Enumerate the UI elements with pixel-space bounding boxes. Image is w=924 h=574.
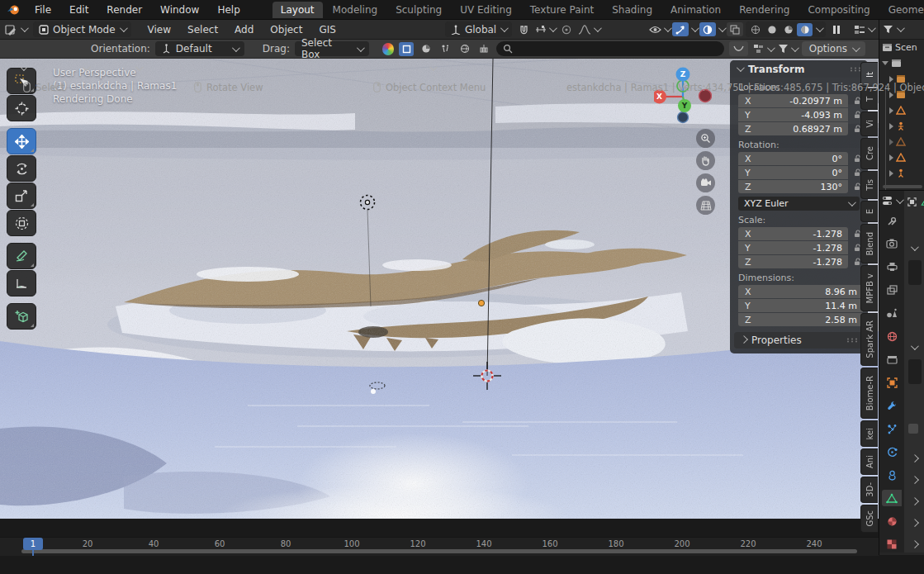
properties-tab-tool-icon[interactable] — [882, 212, 902, 229]
show-object-types-dropdown[interactable] — [649, 25, 670, 35]
zoom-button[interactable] — [696, 129, 715, 148]
chevron-right-icon[interactable] — [911, 519, 919, 527]
proportional-editing-toggle[interactable] — [558, 22, 575, 36]
playhead-badge[interactable]: 1 — [23, 538, 43, 550]
select-world-toggle[interactable] — [457, 42, 471, 56]
tab-texture-paint[interactable]: Texture Paint — [522, 2, 602, 18]
properties-tab-scene-icon[interactable] — [882, 305, 902, 321]
search-field[interactable] — [496, 41, 724, 56]
camera-view-button[interactable] — [696, 173, 715, 192]
location-y-field[interactable]: Y-4.093 m — [738, 108, 848, 121]
expand-triangle-icon[interactable] — [889, 107, 893, 114]
timeline-scrollbar[interactable] — [21, 549, 857, 553]
scale-y-field[interactable]: Y-1.278 — [738, 241, 848, 254]
chevron-right-icon[interactable] — [911, 540, 919, 548]
object-breadcrumb-icon[interactable] — [907, 197, 917, 206]
properties-tab-collection-icon[interactable] — [882, 351, 902, 368]
dimensions-y-field[interactable]: Y11.4 m — [738, 299, 863, 312]
tool-measure[interactable] — [7, 270, 36, 296]
location-x-field[interactable]: X-0.20977 m — [738, 94, 848, 107]
chevron-right-icon[interactable] — [911, 497, 919, 505]
tab-shading[interactable]: Shading — [604, 2, 661, 18]
tool-annotate[interactable] — [7, 243, 36, 269]
sidebar-tab-gsc[interactable]: GSc — [860, 505, 878, 533]
scale-z-field[interactable]: Z-1.278 — [738, 255, 848, 268]
properties-subpanel-header[interactable]: Properties — [734, 332, 864, 349]
transform-orientation-dropdown[interactable]: Global — [445, 21, 512, 37]
menu-object[interactable]: Object — [263, 22, 309, 37]
properties-editor-type-dropdown[interactable] — [882, 196, 902, 206]
orientation-default-dropdown[interactable]: Default — [155, 41, 244, 56]
tab-rendering[interactable]: Rendering — [731, 2, 798, 18]
shading-solid-button[interactable] — [764, 23, 779, 36]
filter-sieve-toggle[interactable] — [476, 42, 490, 56]
field-sliver[interactable] — [908, 359, 922, 384]
properties-tab-particles-icon[interactable] — [882, 420, 902, 437]
sidebar-tab-kei[interactable]: kei — [860, 420, 878, 447]
panel-grip-icon[interactable] — [850, 67, 861, 72]
tab-sculpting[interactable]: Sculpting — [387, 2, 450, 18]
properties-tab-texture-icon[interactable] — [882, 536, 902, 553]
properties-tab-constraints-icon[interactable] — [882, 467, 902, 483]
menu-render[interactable]: Render — [99, 2, 149, 17]
outliner-row-mesh[interactable] — [879, 134, 924, 149]
expand-triangle-icon[interactable] — [889, 139, 893, 145]
tool-add-cube[interactable] — [7, 303, 36, 330]
menu-gis[interactable]: GIS — [312, 22, 342, 37]
dimensions-x-field[interactable]: X8.96 m — [738, 285, 863, 298]
snap-settings-dropdown[interactable] — [535, 25, 555, 35]
chevron-down-icon[interactable] — [897, 24, 905, 32]
tab-modeling[interactable]: Modeling — [325, 2, 386, 18]
menu-add[interactable]: Add — [228, 22, 260, 37]
snap-magnet-toggle[interactable] — [515, 22, 532, 36]
editor-type-icon[interactable] — [5, 24, 17, 36]
properties-tab-material-icon[interactable] — [882, 513, 902, 529]
menu-edit[interactable]: Edit — [62, 2, 96, 17]
properties-tab-world-icon[interactable] — [882, 328, 902, 344]
properties-tab-render-icon[interactable] — [882, 235, 902, 252]
sidebar-tab-ani[interactable]: Ani — [860, 448, 878, 475]
transform-panel-header[interactable]: Transform — [730, 60, 868, 78]
tool-transform[interactable] — [7, 210, 36, 236]
color-wheel-icon[interactable] — [382, 43, 395, 55]
sidebar-tab-spark-ar[interactable]: Spark AR — [860, 313, 878, 366]
outliner-row-armature[interactable] — [879, 118, 924, 134]
outliner-row-scene-collection[interactable]: Scen — [879, 40, 924, 55]
tool-rotate[interactable] — [7, 155, 36, 182]
tab-layout[interactable]: Layout — [272, 2, 323, 18]
gizmos-dropdown[interactable] — [672, 22, 697, 36]
shading-material-button[interactable] — [780, 23, 796, 36]
pause-render-button[interactable] — [828, 22, 845, 36]
checkbox[interactable] — [908, 424, 918, 434]
outliner-row-mesh[interactable] — [879, 102, 924, 118]
sidebar-tab-mpfb[interactable]: MPFB v — [860, 265, 878, 311]
sidebar-tab-3d[interactable]: 3D- — [860, 477, 878, 503]
expand-triangle-icon[interactable] — [889, 123, 893, 130]
field-sliver[interactable] — [908, 260, 922, 285]
xray-toggle[interactable] — [727, 22, 743, 36]
dimensions-z-field[interactable]: Z2.58 m — [738, 313, 863, 326]
proportional-falloff-dropdown[interactable] — [578, 25, 599, 35]
properties-tab-modifiers-icon[interactable] — [882, 397, 902, 414]
chevron-down-icon[interactable] — [911, 243, 919, 251]
sidebar-tab-blend[interactable]: Blend — [860, 224, 878, 263]
properties-tab-view-layer-icon[interactable] — [882, 282, 902, 298]
properties-tab-object-icon[interactable] — [882, 374, 902, 391]
outliner-row-armature[interactable] — [879, 165, 924, 181]
drag-mode-dropdown[interactable]: Select Box — [295, 41, 369, 56]
navigation-gizmo[interactable]: Z X Y — [654, 64, 712, 124]
menu-view[interactable]: View — [141, 22, 178, 37]
overlays-dropdown[interactable] — [699, 22, 724, 36]
filter-dropdown[interactable] — [778, 44, 797, 54]
tab-compositing[interactable]: Compositing — [799, 2, 878, 18]
chevron-down-icon[interactable] — [816, 24, 824, 32]
properties-tab-object-data-icon[interactable] — [882, 490, 902, 506]
chevron-right-icon[interactable] — [911, 454, 919, 463]
menu-file[interactable]: File — [27, 2, 59, 17]
menu-select[interactable]: Select — [181, 22, 225, 37]
sidebar-tab-e[interactable]: E — [860, 201, 878, 222]
tab-animation[interactable]: Animation — [662, 2, 729, 18]
pan-hand-button[interactable] — [696, 151, 715, 170]
rotation-y-field[interactable]: Y0° — [738, 166, 848, 179]
select-armature-toggle[interactable] — [438, 42, 452, 56]
